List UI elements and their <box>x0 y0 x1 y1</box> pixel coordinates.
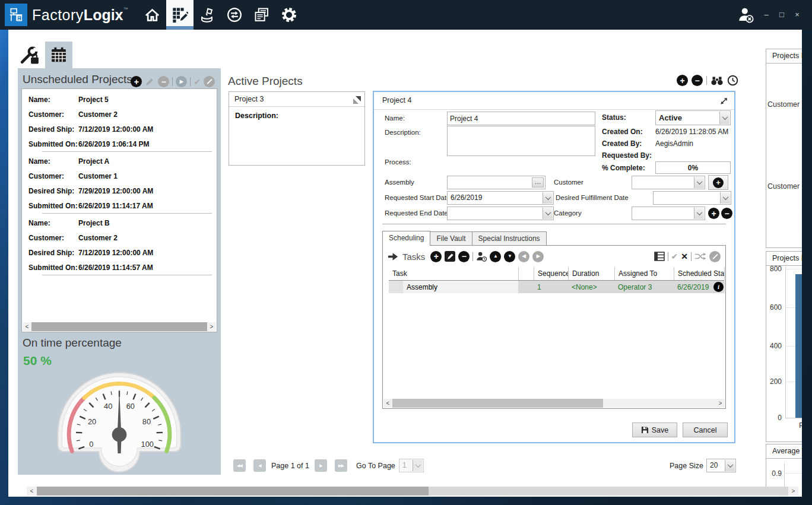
info-icon[interactable]: i <box>713 282 724 292</box>
project-4-editor: Project 4 Name: Description: Process: St… <box>373 91 735 443</box>
close-button[interactable]: × <box>791 8 804 21</box>
list-item-project-a[interactable]: Name:Project A Customer:Customer 1 Desir… <box>22 152 217 214</box>
svg-text:80: 80 <box>142 417 151 426</box>
previous-page-button[interactable]: ◀ <box>253 459 266 472</box>
remove-task-button[interactable]: − <box>458 251 470 262</box>
list-item-project-b[interactable]: Name:Project B Customer:Customer 2 Desir… <box>22 214 217 275</box>
column-sequence[interactable]: Sequence <box>534 267 568 280</box>
pin-icon[interactable] <box>720 97 727 107</box>
nav-transfer-icon[interactable] <box>221 0 248 30</box>
customer-select[interactable] <box>632 176 705 189</box>
scroll-left-arrow[interactable]: < <box>383 399 392 408</box>
tab-special-instructions[interactable]: Special Instructions <box>472 231 547 246</box>
next-page-button[interactable]: ▶ <box>315 459 327 472</box>
chevron-down-icon[interactable] <box>720 192 730 204</box>
scroll-right-arrow[interactable]: > <box>207 322 216 331</box>
block-icon[interactable] <box>709 251 721 262</box>
remove-active-project-button[interactable]: − <box>692 75 703 86</box>
tasks-table-header: Task Sequence Duration Assigned To Sched… <box>389 267 724 281</box>
shuffle-icon[interactable] <box>694 252 706 261</box>
tasks-horizontal-scrollbar[interactable]: < > <box>383 399 725 408</box>
assign-operator-icon[interactable] <box>476 251 487 262</box>
column-task[interactable]: Task <box>389 267 518 280</box>
status-select[interactable]: Active <box>655 110 731 125</box>
tab-configuration[interactable] <box>17 44 43 68</box>
move-task-right-button[interactable]: ▶ <box>532 251 544 262</box>
nav-planning-icon[interactable] <box>166 0 194 30</box>
scrollbar-thumb[interactable] <box>392 399 603 408</box>
chevron-down-icon[interactable] <box>694 208 704 219</box>
scrollbar-thumb[interactable] <box>31 322 207 331</box>
main-horizontal-scrollbar[interactable]: < > <box>27 487 798 496</box>
scroll-left-arrow[interactable]: < <box>23 322 31 331</box>
add-customer-button[interactable]: + <box>708 175 728 190</box>
column-empty[interactable] <box>518 267 534 280</box>
browse-button[interactable]: … <box>532 177 544 188</box>
go-to-page-select[interactable]: 1 <box>399 459 424 472</box>
brand-text: FactoryLogix™ <box>32 7 128 24</box>
assembly-field[interactable]: … <box>447 176 545 189</box>
history-clock-icon[interactable] <box>727 75 738 86</box>
scroll-right-arrow[interactable]: > <box>716 399 725 408</box>
logout-icon[interactable] <box>734 0 757 30</box>
desired-fulfillment-date-picker[interactable] <box>653 191 731 205</box>
page-size-select[interactable]: 20 <box>706 459 736 472</box>
chevron-down-icon[interactable] <box>725 460 735 471</box>
name-field[interactable] <box>447 112 595 125</box>
remove-category-button[interactable]: − <box>721 208 732 219</box>
ytick-0: 0 <box>766 414 782 422</box>
slash-glyph <box>207 79 212 84</box>
save-button[interactable]: Save <box>632 423 677 437</box>
remove-project-button[interactable]: − <box>158 76 169 87</box>
scroll-left-arrow[interactable]: < <box>27 487 37 496</box>
maximize-button[interactable]: □ <box>775 8 788 21</box>
column-chooser-icon[interactable] <box>654 252 665 261</box>
add-project-button[interactable]: + <box>131 76 142 87</box>
expand-icon[interactable] <box>353 96 361 106</box>
scrollbar-thumb[interactable] <box>37 487 429 496</box>
chevron-down-icon[interactable] <box>694 177 704 188</box>
toolbar-separator <box>472 252 473 261</box>
reject-icon[interactable] <box>204 76 215 87</box>
tab-scheduling-module[interactable] <box>45 42 72 68</box>
requested-by-label: Requested By: <box>602 151 652 160</box>
scroll-right-arrow[interactable]: > <box>788 487 798 496</box>
nav-home-icon[interactable] <box>139 0 166 30</box>
minimize-button[interactable]: – <box>760 8 773 21</box>
cancel-edit-icon[interactable]: ✕ <box>681 252 688 261</box>
move-task-up-button[interactable]: ▲ <box>490 251 501 262</box>
chevron-down-icon[interactable] <box>543 208 553 219</box>
column-duration[interactable]: Duration <box>568 267 614 280</box>
requested-start-date-picker[interactable]: 6/26/2019 <box>447 191 554 205</box>
last-page-button[interactable]: ▶▶ <box>335 459 347 472</box>
nav-settings-icon[interactable] <box>275 0 303 30</box>
project-3-card[interactable]: Project 3 Description: <box>229 91 365 166</box>
cancel-button[interactable]: Cancel <box>683 423 728 437</box>
move-task-down-button[interactable]: ▼ <box>504 251 515 262</box>
task-row-assembly[interactable]: Assembly 1 <None> Operator 3 6/26/2019 i <box>389 281 724 293</box>
tab-scheduling[interactable]: Scheduling <box>382 231 430 246</box>
tab-file-vault[interactable]: File Vault <box>430 231 472 246</box>
activate-project-button[interactable]: ▶ <box>176 76 187 87</box>
edit-task-button[interactable] <box>445 251 455 262</box>
confirm-icon[interactable]: ✔ <box>671 252 678 261</box>
column-scheduled-start[interactable]: Scheduled Sta <box>674 267 725 280</box>
search-binoculars-icon[interactable] <box>710 75 724 86</box>
chevron-down-icon[interactable] <box>719 112 729 124</box>
requested-end-date-picker[interactable] <box>447 207 554 220</box>
add-category-button[interactable]: + <box>708 208 719 219</box>
column-assigned-to[interactable]: Assigned To <box>614 267 674 280</box>
list-item-project-5[interactable]: Name:Project 5 Customer:Customer 2 Desir… <box>22 90 217 152</box>
add-active-project-button[interactable]: + <box>677 75 688 86</box>
add-task-button[interactable]: + <box>430 251 442 262</box>
edit-project-icon[interactable] <box>145 77 155 87</box>
first-page-button[interactable]: ◀◀ <box>233 459 246 472</box>
move-task-left-button[interactable]: ◀ <box>518 251 529 262</box>
description-field[interactable] <box>447 126 595 156</box>
nav-reports-icon[interactable] <box>248 0 275 30</box>
accept-icon[interactable]: ✔ <box>194 77 201 87</box>
category-select[interactable] <box>632 207 705 220</box>
chevron-down-icon[interactable] <box>543 192 553 204</box>
list-horizontal-scrollbar[interactable]: < > <box>23 322 216 331</box>
nav-production-icon[interactable] <box>194 0 221 30</box>
